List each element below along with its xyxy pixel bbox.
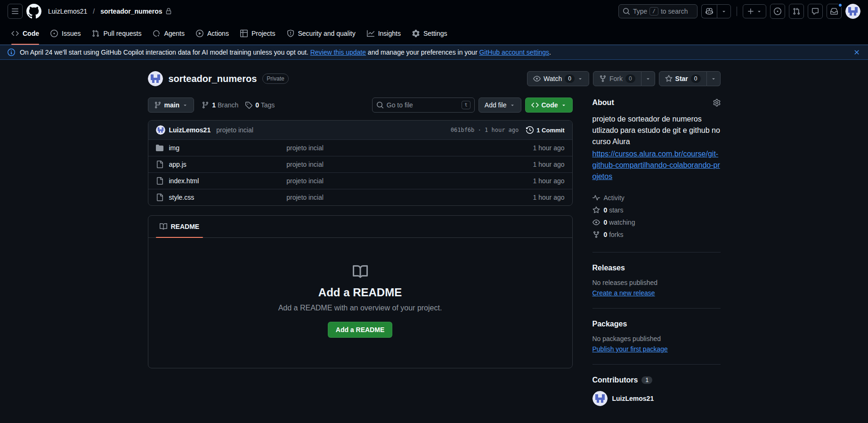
user-avatar[interactable] xyxy=(845,4,860,19)
star-button[interactable]: Star 0 xyxy=(659,71,707,86)
repo-owner-avatar[interactable] xyxy=(148,71,163,86)
tab-label: Code xyxy=(23,30,39,37)
main-container: sorteador_numeros Private Watch 0 F xyxy=(133,60,736,423)
contributors-section: Contributors 1 LuizLemos21 xyxy=(592,376,721,417)
breadcrumb-repo-name: sorteador_numeros xyxy=(100,8,162,15)
commit-hash-link[interactable]: 061bf6b xyxy=(451,127,475,133)
file-link[interactable]: style.css xyxy=(169,194,195,201)
github-logo[interactable] xyxy=(26,4,41,19)
fork-button[interactable]: Fork 0 xyxy=(593,71,641,86)
search-icon xyxy=(376,101,384,109)
discussions-header-button[interactable] xyxy=(808,4,823,19)
repo-nav: CodeIssuesPull requestsAgentsActionsProj… xyxy=(0,23,868,45)
readme-empty-title: Add a README xyxy=(163,286,557,299)
breadcrumb-owner-link[interactable]: LuizLemos21 xyxy=(45,6,90,17)
tab-security[interactable]: Security and quality xyxy=(283,23,359,44)
create-new-button[interactable] xyxy=(743,4,766,18)
tab-settings[interactable]: Settings xyxy=(408,23,451,44)
go-to-file-input[interactable]: Go to file t xyxy=(372,98,475,113)
book-icon xyxy=(353,264,368,279)
chevron-down-icon xyxy=(756,8,762,14)
fork-menu-button[interactable] xyxy=(641,71,655,86)
play-icon xyxy=(196,30,203,37)
create-release-link[interactable]: Create a new release xyxy=(592,289,655,297)
eye-icon xyxy=(533,75,541,82)
table-row[interactable]: imgprojeto incial1 hour ago xyxy=(148,139,572,156)
file-commit-message[interactable]: projeto incial xyxy=(286,177,533,185)
file-link[interactable]: index.html xyxy=(169,177,199,185)
about-section: About projeto de sorteador de numeros ut… xyxy=(592,98,721,252)
breadcrumb-repo-link[interactable]: sorteador_numeros xyxy=(97,6,174,17)
copilot-button[interactable] xyxy=(701,4,717,18)
tab-label: Actions xyxy=(207,30,229,37)
tab-actions[interactable]: Actions xyxy=(192,23,233,44)
visibility-badge: Private xyxy=(262,73,288,84)
repo-title[interactable]: sorteador_numeros xyxy=(169,73,257,84)
tab-insights[interactable]: Insights xyxy=(363,23,405,44)
pull-requests-header-button[interactable] xyxy=(789,4,804,19)
commit-author-avatar[interactable] xyxy=(156,125,165,135)
watch-button[interactable]: Watch 0 xyxy=(527,71,589,86)
gear-icon xyxy=(412,30,420,37)
main-column: main 1 Branch xyxy=(148,98,573,368)
about-stat-watching[interactable]: 0 watching xyxy=(592,216,721,228)
git-branch-icon xyxy=(154,101,162,109)
readme-panel: README Add a README Add a README with an… xyxy=(148,215,573,368)
latest-commit-row[interactable]: LuizLemos21 projeto incial 061bf6b · 1 h… xyxy=(148,121,572,139)
about-description: projeto de sorteador de numeros utlizado… xyxy=(592,114,721,147)
about-gear-icon[interactable] xyxy=(713,99,721,106)
header-divider xyxy=(737,7,737,16)
notifications-inbox-button[interactable] xyxy=(827,4,842,19)
about-stat-stars[interactable]: 0 stars xyxy=(592,204,721,216)
file-table: LuizLemos21 projeto incial 061bf6b · 1 h… xyxy=(148,120,573,206)
star-count: 0 xyxy=(691,74,701,83)
file-icon xyxy=(156,177,163,185)
issues-header-button[interactable] xyxy=(770,4,785,19)
tab-issues[interactable]: Issues xyxy=(47,23,84,44)
file-commit-message[interactable]: projeto incial xyxy=(286,161,533,168)
tab-label: Pull requests xyxy=(103,30,141,37)
chevron-down-icon xyxy=(721,8,727,14)
table-row[interactable]: app.jsprojeto incial1 hour ago xyxy=(148,156,572,172)
banner-text: On April 24 we'll start using GitHub Cop… xyxy=(20,49,551,56)
copilot-menu-button[interactable] xyxy=(717,4,731,18)
commit-history-link[interactable]: 1 Commit xyxy=(526,126,564,134)
tab-pull-requests[interactable]: Pull requests xyxy=(88,23,145,44)
star-menu-button[interactable] xyxy=(707,71,721,86)
table-row[interactable]: style.cssprojeto incial1 hour ago xyxy=(148,189,572,205)
contributor-link[interactable]: LuizLemos21 xyxy=(592,391,721,406)
banner-review-link[interactable]: Review this update xyxy=(310,49,366,56)
tab-readme[interactable]: README xyxy=(156,216,203,237)
global-search-input[interactable]: Type / to search xyxy=(618,4,698,18)
tab-agents[interactable]: Agents xyxy=(149,23,188,44)
go-to-file-placeholder: Go to file xyxy=(387,101,459,109)
tags-link[interactable]: 0 Tags xyxy=(245,101,275,109)
add-readme-button[interactable]: Add a README xyxy=(328,322,392,338)
banner-settings-link[interactable]: GitHub account settings xyxy=(479,49,549,56)
commit-author-link[interactable]: LuizLemos21 xyxy=(169,126,211,134)
about-stat-forks[interactable]: 0 forks xyxy=(592,228,721,241)
project-icon xyxy=(240,30,248,37)
branches-link[interactable]: 1 Branch xyxy=(202,101,238,109)
about-stat-activity[interactable]: Activity xyxy=(592,192,721,204)
file-commit-message[interactable]: projeto incial xyxy=(286,144,533,152)
tab-label: Settings xyxy=(423,30,447,37)
packages-section: Packages No packages published Publish y… xyxy=(592,320,721,365)
add-file-button[interactable]: Add file xyxy=(479,98,521,113)
hamburger-menu-button[interactable] xyxy=(8,4,23,19)
watch-count: 0 xyxy=(565,74,575,83)
code-button[interactable]: Code xyxy=(525,98,573,113)
about-website-link[interactable]: https://cursos.alura.com.br/course/git-g… xyxy=(592,148,721,182)
copilot-icon xyxy=(706,8,713,15)
banner-close-icon[interactable] xyxy=(853,49,860,56)
tab-projects[interactable]: Projects xyxy=(236,23,279,44)
publish-package-link[interactable]: Publish your first package xyxy=(592,345,668,353)
commit-message-link[interactable]: projeto incial xyxy=(216,126,253,134)
table-row[interactable]: index.htmlprojeto incial1 hour ago xyxy=(148,172,572,189)
file-link[interactable]: app.js xyxy=(169,161,187,168)
tab-code[interactable]: Code xyxy=(8,23,43,44)
file-commit-message[interactable]: projeto incial xyxy=(286,194,533,201)
info-icon xyxy=(8,49,15,56)
file-link[interactable]: img xyxy=(169,144,180,152)
branch-selector[interactable]: main xyxy=(148,98,195,113)
